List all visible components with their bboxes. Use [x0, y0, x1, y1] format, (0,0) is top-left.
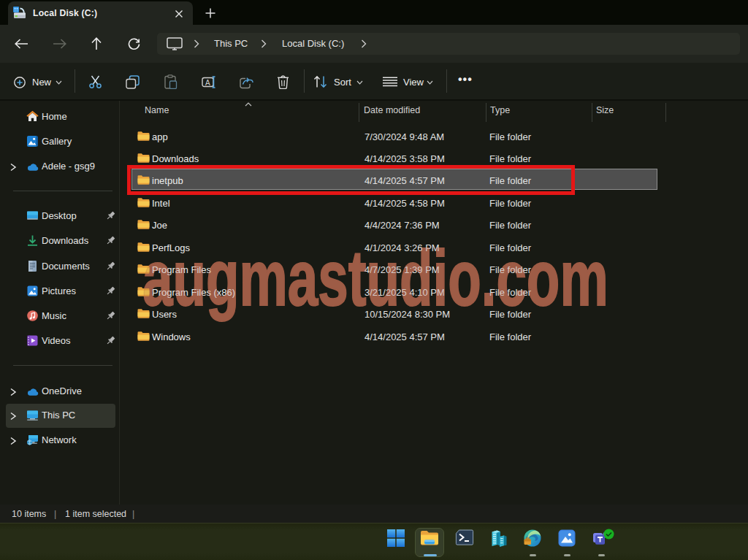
svg-text:A: A	[205, 79, 210, 87]
